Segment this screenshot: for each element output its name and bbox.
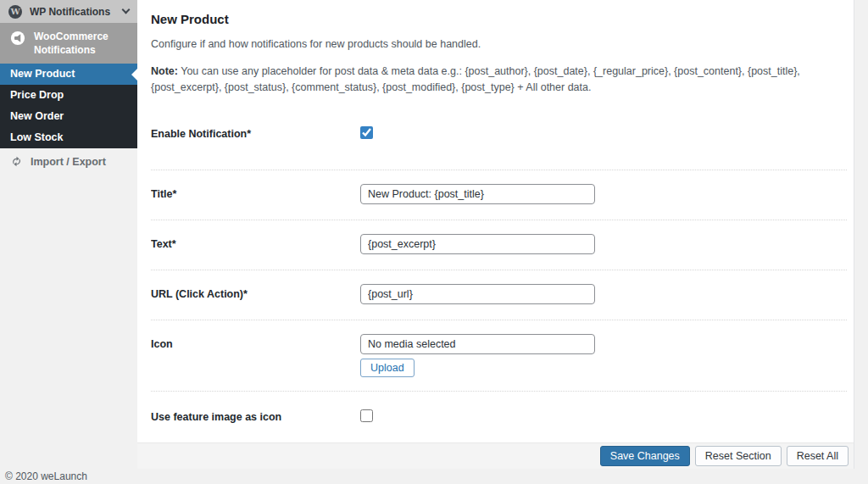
save-changes-button[interactable]: Save Changes bbox=[600, 446, 690, 466]
field-row-text: Text* bbox=[151, 220, 847, 270]
field-label: Text* bbox=[151, 234, 360, 251]
field-label: Enable Notification* bbox=[151, 124, 360, 141]
field-label: Use feature image as icon bbox=[151, 407, 360, 424]
note-text: You can use any placeholder for post dat… bbox=[151, 65, 800, 93]
sidebar-submenu: New Product Price Drop New Order Low Sto… bbox=[0, 64, 137, 148]
reset-all-button[interactable]: Reset All bbox=[787, 446, 849, 466]
sidebar-item-price-drop[interactable]: Price Drop bbox=[0, 85, 137, 106]
field-row-title: Title* bbox=[151, 170, 847, 220]
media-input[interactable] bbox=[360, 334, 595, 354]
sidebar-item-woocommerce-notifications[interactable]: WooCommerce Notifications bbox=[0, 23, 137, 64]
sidebar-item-new-product[interactable]: New Product bbox=[0, 64, 137, 85]
page-note: Note: You can use any placeholder for po… bbox=[151, 64, 847, 97]
settings-form: Enable Notification* Title* Text* URL (C… bbox=[151, 108, 847, 442]
settings-panel: New Product Configure if and how notific… bbox=[137, 0, 854, 469]
page-description: Configure if and how notifications for n… bbox=[151, 38, 847, 50]
upload-button[interactable]: Upload bbox=[360, 359, 415, 377]
enable-notification-checkbox[interactable] bbox=[360, 126, 373, 139]
chevron-down-icon[interactable] bbox=[122, 6, 131, 14]
wordpress-logo-icon: W bbox=[8, 5, 22, 19]
page-title: New Product bbox=[151, 12, 847, 26]
feature-image-checkbox[interactable] bbox=[360, 409, 373, 422]
field-label: URL (Click Action)* bbox=[151, 284, 360, 301]
field-row-enable-notification: Enable Notification* bbox=[151, 108, 847, 170]
megaphone-icon bbox=[10, 31, 25, 46]
refresh-icon bbox=[10, 155, 23, 168]
copyright: © 2020 weLaunch bbox=[5, 470, 87, 482]
sidebar-item-new-order[interactable]: New Order bbox=[0, 106, 137, 127]
field-row-feature-image: Use feature image as icon bbox=[151, 391, 847, 442]
field-row-url: URL (Click Action)* bbox=[151, 270, 847, 320]
sidebar-item-label: WooCommerce Notifications bbox=[34, 30, 108, 57]
import-export-label: Import / Export bbox=[31, 156, 106, 168]
sidebar-header[interactable]: W WP Notifications bbox=[0, 0, 137, 23]
url-input[interactable] bbox=[360, 284, 595, 304]
title-input[interactable] bbox=[360, 184, 595, 204]
note-label: Note: bbox=[151, 65, 178, 77]
sidebar-item-low-stock[interactable]: Low Stock bbox=[0, 127, 137, 148]
admin-sidebar: W WP Notifications WooCommerce Notificat… bbox=[0, 0, 137, 469]
settings-content: New Product Configure if and how notific… bbox=[137, 0, 854, 442]
field-row-icon: Icon Upload bbox=[151, 320, 847, 391]
field-label: Title* bbox=[151, 184, 360, 201]
field-label: Icon bbox=[151, 334, 360, 351]
sidebar-title: WP Notifications bbox=[30, 6, 115, 18]
reset-section-button[interactable]: Reset Section bbox=[695, 446, 782, 466]
sidebar-item-import-export[interactable]: Import / Export bbox=[0, 148, 137, 175]
text-input[interactable] bbox=[360, 234, 595, 254]
action-bar: Save Changes Reset Section Reset All bbox=[137, 442, 854, 469]
